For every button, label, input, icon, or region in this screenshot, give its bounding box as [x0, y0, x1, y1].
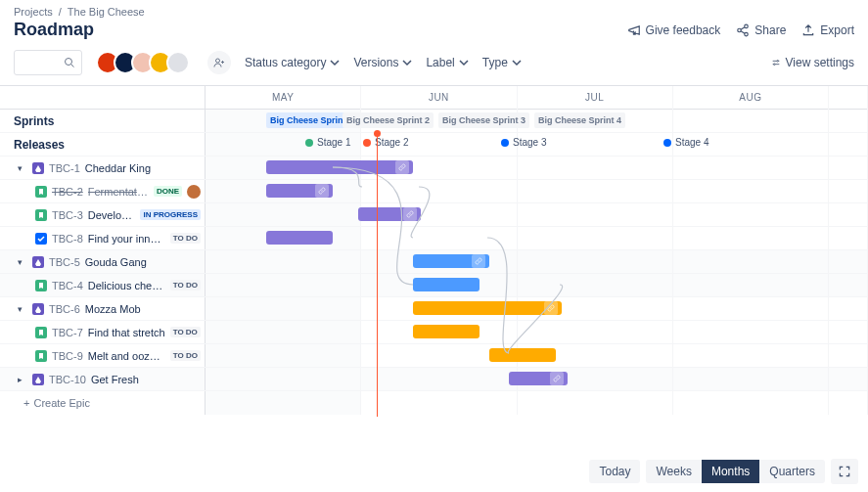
issue-key[interactable]: TBC-4 — [52, 280, 83, 291]
breadcrumb: Projects / The Big Cheese — [0, 0, 868, 18]
filter-status-category[interactable]: Status category — [245, 56, 340, 69]
issue-summary[interactable]: Mozza Mob — [85, 303, 141, 315]
issue-summary[interactable]: Gouda Gang — [85, 256, 147, 268]
link-icon[interactable] — [395, 160, 409, 174]
fullscreen-button[interactable] — [831, 459, 858, 484]
issue-label[interactable]: TBC-9Melt and ooze, babyTO DO — [0, 344, 206, 367]
task-type-icon — [35, 233, 47, 245]
issue-row: TBC-9Melt and ooze, babyTO DO — [0, 344, 868, 368]
issue-summary[interactable]: Melt and ooze, baby — [88, 350, 165, 362]
timeline-cell[interactable] — [206, 203, 868, 226]
link-icon[interactable] — [472, 254, 485, 268]
sprint-tag[interactable]: Big Cheese Sprint 4 — [534, 112, 625, 128]
sprint-tag[interactable]: Big Cheese Sprint 2 — [343, 112, 434, 128]
issue-row: ▾TBC-1Cheddar King — [0, 157, 868, 180]
link-icon[interactable] — [403, 207, 417, 221]
release-marker[interactable] — [305, 139, 313, 147]
issue-label[interactable]: ▾TBC-1Cheddar King — [0, 157, 206, 179]
chevron-right-icon[interactable]: ▸ — [18, 375, 27, 384]
timeline-cell[interactable] — [206, 250, 868, 273]
issue-summary[interactable]: Get Fresh — [91, 374, 139, 385]
issue-key[interactable]: TBC-10 — [49, 374, 86, 385]
issue-summary[interactable]: Find your inner che… — [88, 233, 165, 245]
issue-label[interactable]: TBC-8Find your inner che…TO DO — [0, 227, 206, 249]
view-settings-button[interactable]: View settings — [771, 56, 854, 69]
today-button[interactable]: Today — [589, 460, 640, 483]
month-header: AUG — [673, 86, 829, 110]
chevron-down-icon — [402, 58, 412, 67]
search-input[interactable] — [14, 50, 82, 75]
chevron-down-icon[interactable]: ▾ — [18, 163, 27, 173]
breadcrumb-project[interactable]: The Big Cheese — [68, 6, 145, 18]
timeline-cell[interactable] — [206, 297, 868, 320]
share-button[interactable]: Share — [736, 23, 786, 37]
issue-label[interactable]: TBC-2FermentationDONE — [0, 180, 206, 202]
issue-key[interactable]: TBC-7 — [52, 327, 83, 338]
filter-versions[interactable]: Versions — [353, 56, 412, 69]
timeline-bar[interactable] — [413, 278, 480, 291]
chevron-down-icon — [330, 58, 340, 67]
issue-key[interactable]: TBC-2 — [52, 186, 83, 198]
timeline-cell[interactable] — [206, 321, 868, 343]
timeline-cell[interactable] — [206, 180, 868, 202]
breadcrumb-root[interactable]: Projects — [14, 6, 53, 18]
timeline-bar[interactable] — [413, 301, 562, 315]
timeline-cell[interactable] — [206, 368, 868, 390]
issue-key[interactable]: TBC-8 — [52, 233, 83, 245]
timeline-cell[interactable] — [206, 344, 868, 367]
quarters-button[interactable]: Quarters — [759, 460, 825, 483]
month-header: JUN — [361, 86, 517, 110]
months-button[interactable]: Months — [702, 460, 759, 483]
sprint-tag[interactable]: Big Cheese Sprint 3 — [438, 112, 529, 128]
issue-label[interactable]: TBC-7Find that stretchTO DO — [0, 321, 206, 343]
issue-label[interactable]: ▸TBC-10Get Fresh — [0, 368, 206, 390]
issue-summary[interactable]: Fermentation — [88, 186, 149, 198]
weeks-button[interactable]: Weeks — [646, 460, 701, 483]
release-marker[interactable] — [501, 139, 509, 147]
chevron-down-icon[interactable]: ▾ — [18, 304, 27, 314]
issue-summary[interactable]: Cheddar King — [85, 162, 151, 174]
issue-key[interactable]: TBC-1 — [49, 162, 80, 174]
avatar[interactable] — [166, 51, 190, 74]
timeline-bar[interactable] — [413, 325, 480, 338]
export-button[interactable]: Export — [801, 23, 854, 37]
issue-label[interactable]: TBC-4Delicious cheeseTO DO — [0, 274, 206, 296]
month-header: MAY — [206, 86, 361, 110]
give-feedback-button[interactable]: Give feedback — [627, 23, 721, 37]
timeline-bar[interactable] — [266, 160, 413, 174]
issue-label[interactable]: TBC-3Develop flavorIN PROGRESS — [0, 203, 206, 226]
issue-label[interactable]: ▾TBC-6Mozza Mob — [0, 297, 206, 320]
chevron-down-icon[interactable]: ▾ — [18, 257, 27, 267]
issue-key[interactable]: TBC-3 — [52, 209, 83, 221]
timeline-bar[interactable] — [266, 184, 333, 198]
link-icon[interactable] — [550, 372, 564, 385]
timeline-cell[interactable] — [206, 227, 868, 249]
issue-summary[interactable]: Develop flavor — [88, 209, 136, 221]
timeline-bar[interactable] — [413, 254, 489, 268]
issue-key[interactable]: TBC-9 — [52, 350, 83, 362]
filter-type[interactable]: Type — [482, 56, 522, 69]
timeline-cell[interactable] — [206, 157, 868, 179]
issue-key[interactable]: TBC-6 — [49, 303, 80, 315]
timeline-bar[interactable] — [509, 372, 568, 385]
issue-label[interactable]: ▾TBC-5Gouda Gang — [0, 250, 206, 273]
link-icon[interactable] — [315, 184, 329, 198]
release-marker[interactable] — [363, 139, 371, 147]
link-icon[interactable] — [544, 301, 558, 315]
issue-key[interactable]: TBC-5 — [49, 256, 80, 268]
timeline-bar[interactable] — [266, 231, 333, 245]
add-people-button[interactable] — [207, 51, 231, 74]
epic-type-icon — [32, 162, 44, 174]
timeline-cell[interactable] — [206, 274, 868, 296]
timeline-bar[interactable] — [489, 348, 556, 362]
create-epic-button[interactable]: + Create Epic — [0, 391, 206, 415]
assignee-avatar[interactable] — [187, 185, 201, 199]
status-badge: TO DO — [170, 327, 201, 337]
issue-summary[interactable]: Delicious cheese — [88, 280, 165, 291]
release-label: Stage 2 — [375, 137, 408, 148]
issue-summary[interactable]: Find that stretch — [88, 327, 165, 338]
filter-label[interactable]: Label — [426, 56, 468, 69]
story-type-icon — [35, 350, 47, 362]
timeline-bar[interactable] — [358, 207, 421, 221]
release-marker[interactable] — [663, 139, 671, 147]
